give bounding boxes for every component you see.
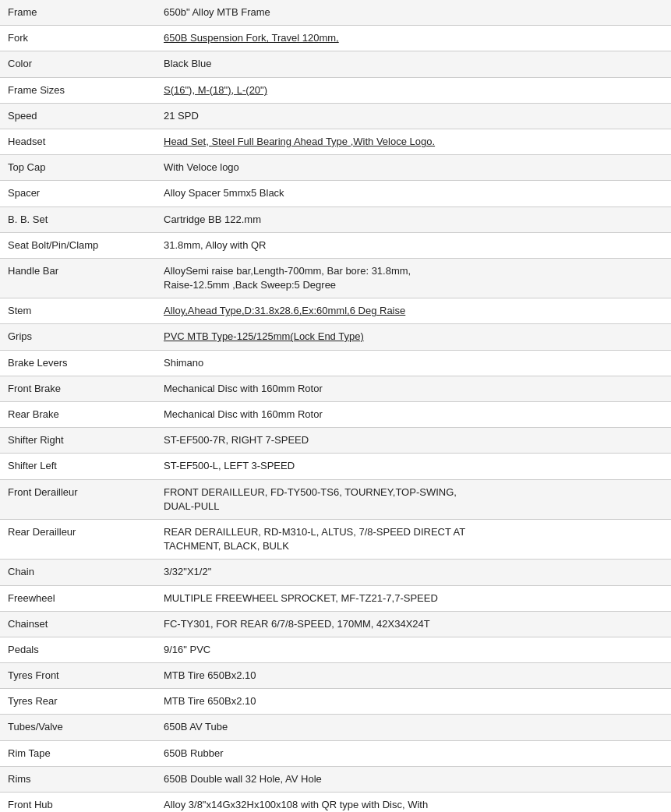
spec-value: Alloy Spacer 5mmx5 Black [156, 181, 671, 207]
spec-label: Front Brake [0, 376, 156, 401]
table-row: Front BrakeMechanical Disc with 160mm Ro… [0, 376, 671, 401]
table-row: Shifter LeftST-EF500-L, LEFT 3-SPEED [0, 454, 671, 479]
spec-label: Speed [0, 103, 156, 129]
spec-label: Grips [0, 324, 156, 350]
table-row: B. B. SetCartridge BB 122.mm [0, 207, 671, 232]
spec-value: Head Set, Steel Full Bearing Ahead Type … [156, 129, 671, 154]
spec-value: Black Blue [156, 51, 671, 77]
spec-value: 21 SPD [156, 103, 671, 129]
spec-value: 3/32"X1/2" [156, 560, 671, 585]
spec-label: Stem [0, 298, 156, 324]
table-row: Fork650B Suspension Fork, Travel 120mm, [0, 26, 671, 51]
table-row: Front HubAlloy 3/8"x14Gx32Hx100x108 with… [0, 793, 671, 813]
spec-label: Tyres Rear [0, 689, 156, 715]
spec-value: AlloySemi raise bar,Length-700mm, Bar bo… [156, 258, 671, 298]
spec-label: Handle Bar [0, 258, 156, 298]
spec-table: Frame650b" Alloy MTB FrameFork650B Suspe… [0, 0, 671, 812]
spec-label: Shifter Right [0, 428, 156, 454]
spec-value: Alloy 3/8"x14Gx32Hx100x108 with QR type … [156, 793, 671, 813]
spec-label: Headset [0, 129, 156, 154]
spec-value: With Veloce logo [156, 155, 671, 181]
spec-label: Seat Bolt/Pin/Clamp [0, 232, 156, 258]
table-row: Front DerailleurFRONT DERAILLEUR, FD-TY5… [0, 479, 671, 519]
table-row: StemAlloy,Ahead Type,D:31.8x28.6,Ex:60mm… [0, 298, 671, 324]
spec-value: MTB Tire 650Bx2.10 [156, 689, 671, 715]
spec-value: 31.8mm, Alloy with QR [156, 232, 671, 258]
spec-value: 650B Rubber [156, 740, 671, 766]
table-row: Frame650b" Alloy MTB Frame [0, 0, 671, 26]
table-row: FreewheelMULTIPLE FREEWHEEL SPROCKET, MF… [0, 585, 671, 611]
spec-value: ST-EF500-7R, RIGHT 7-SPEED [156, 428, 671, 454]
spec-label: Freewheel [0, 585, 156, 611]
table-row: Rear DerailleurREAR DERAILLEUR, RD-M310-… [0, 519, 671, 559]
table-row: HeadsetHead Set, Steel Full Bearing Ahea… [0, 129, 671, 154]
spec-label: Color [0, 51, 156, 77]
table-row: Handle BarAlloySemi raise bar,Length-700… [0, 258, 671, 298]
spec-label: Top Cap [0, 155, 156, 181]
spec-value: Shimano [156, 350, 671, 376]
table-row: Chain3/32"X1/2" [0, 560, 671, 585]
spec-value: 650B Double wall 32 Hole, AV Hole [156, 766, 671, 792]
spec-label: Shifter Left [0, 454, 156, 479]
spec-value: S(16"), M-(18"), L-(20") [156, 77, 671, 103]
table-row: Rear BrakeMechanical Disc with 160mm Rot… [0, 402, 671, 428]
table-row: Tyres FrontMTB Tire 650Bx2.10 [0, 663, 671, 689]
spec-value: MTB Tire 650Bx2.10 [156, 663, 671, 689]
table-row: ColorBlack Blue [0, 51, 671, 77]
table-row: Top CapWith Veloce logo [0, 155, 671, 181]
table-row: Seat Bolt/Pin/Clamp31.8mm, Alloy with QR [0, 232, 671, 258]
spec-label: Rims [0, 766, 156, 792]
table-row: Pedals9/16" PVC [0, 637, 671, 662]
spec-label: Rear Derailleur [0, 519, 156, 559]
spec-label: Frame [0, 0, 156, 26]
spec-label: Frame Sizes [0, 77, 156, 103]
table-row: Brake LeversShimano [0, 350, 671, 376]
spec-label: Tubes/Valve [0, 715, 156, 740]
spec-value: 9/16" PVC [156, 637, 671, 662]
spec-label: Fork [0, 26, 156, 51]
spec-value: Alloy,Ahead Type,D:31.8x28.6,Ex:60mml,6 … [156, 298, 671, 324]
spec-value: 650B Suspension Fork, Travel 120mm, [156, 26, 671, 51]
table-row: ChainsetFC-TY301, FOR REAR 6/7/8-SPEED, … [0, 611, 671, 637]
spec-value: REAR DERAILLEUR, RD-M310-L, ALTUS, 7/8-S… [156, 519, 671, 559]
spec-value: Mechanical Disc with 160mm Rotor [156, 402, 671, 428]
table-row: Speed21 SPD [0, 103, 671, 129]
spec-value: PVC MTB Type-125/125mm(Lock End Type) [156, 324, 671, 350]
spec-label: Rear Brake [0, 402, 156, 428]
spec-label: Brake Levers [0, 350, 156, 376]
spec-value: Mechanical Disc with 160mm Rotor [156, 376, 671, 401]
spec-label: Chainset [0, 611, 156, 637]
spec-value: FRONT DERAILLEUR, FD-TY500-TS6, TOURNEY,… [156, 479, 671, 519]
table-row: Tyres RearMTB Tire 650Bx2.10 [0, 689, 671, 715]
table-row: SpacerAlloy Spacer 5mmx5 Black [0, 181, 671, 207]
spec-value: MULTIPLE FREEWHEEL SPROCKET, MF-TZ21-7,7… [156, 585, 671, 611]
table-row: Rim Tape650B Rubber [0, 740, 671, 766]
spec-value: FC-TY301, FOR REAR 6/7/8-SPEED, 170MM, 4… [156, 611, 671, 637]
spec-label: Rim Tape [0, 740, 156, 766]
table-row: GripsPVC MTB Type-125/125mm(Lock End Typ… [0, 324, 671, 350]
spec-label: Chain [0, 560, 156, 585]
table-row: Tubes/Valve650B AV Tube [0, 715, 671, 740]
spec-label: Front Derailleur [0, 479, 156, 519]
spec-label: Pedals [0, 637, 156, 662]
table-row: Rims650B Double wall 32 Hole, AV Hole [0, 766, 671, 792]
spec-label: Spacer [0, 181, 156, 207]
spec-value: 650b" Alloy MTB Frame [156, 0, 671, 26]
table-row: Shifter RightST-EF500-7R, RIGHT 7-SPEED [0, 428, 671, 454]
spec-value: 650B AV Tube [156, 715, 671, 740]
spec-value: Cartridge BB 122.mm [156, 207, 671, 232]
spec-label: Front Hub [0, 793, 156, 813]
spec-label: Tyres Front [0, 663, 156, 689]
spec-value: ST-EF500-L, LEFT 3-SPEED [156, 454, 671, 479]
table-row: Frame SizesS(16"), M-(18"), L-(20") [0, 77, 671, 103]
spec-label: B. B. Set [0, 207, 156, 232]
